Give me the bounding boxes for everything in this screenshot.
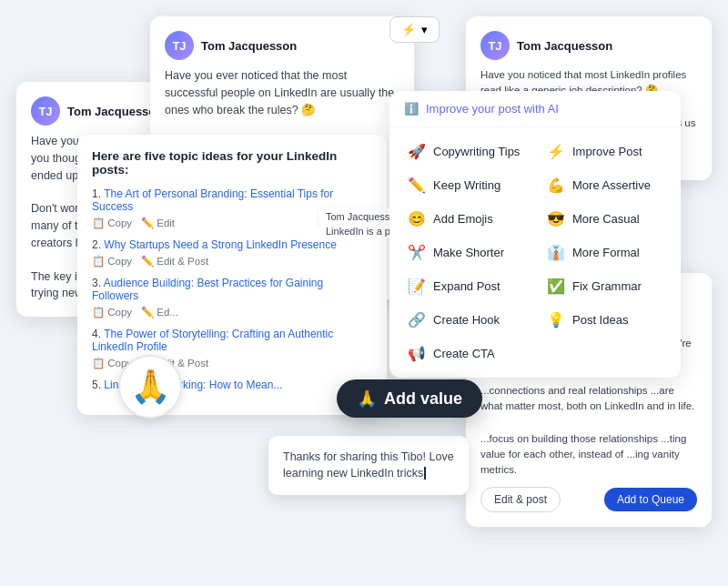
comment-box: Thanks for sharing this Tibo! Love learn…	[268, 436, 469, 496]
menu-label-assertive: More Assertive	[572, 178, 651, 192]
grammar-icon: ✅	[547, 278, 565, 295]
text-cursor	[424, 467, 426, 480]
pencil-icon: ✏️	[408, 177, 426, 194]
ai-menu-card: ℹ️ Improve your post with AI 🚀 Copywriti…	[389, 91, 681, 378]
add-value-label: Add value	[384, 389, 462, 409]
copy-action-3[interactable]: 📋 Copy	[92, 306, 132, 318]
info-icon: ℹ️	[404, 102, 419, 116]
avatar-1: TJ	[31, 96, 60, 126]
menu-label-improve: Improve Post	[572, 145, 642, 158]
chevron-down-icon: ▾	[421, 23, 428, 36]
ai-menu-header: ℹ️ Improve your post with AI	[389, 91, 681, 127]
menu-item-improve-post[interactable]: ⚡ Improve Post	[536, 135, 673, 168]
avatar-2: TJ	[165, 31, 194, 60]
menu-item-keep-writing[interactable]: ✏️ Keep Writing	[397, 168, 534, 202]
menu-item-add-emojis[interactable]: 😊 Add Emojis	[397, 202, 534, 236]
menu-item-expand-post[interactable]: 📝 Expand Post	[397, 269, 534, 303]
cta-icon: 📢	[408, 345, 426, 362]
topic-item-2: 2. Why Startups Need a Strong LinkedIn P…	[92, 238, 372, 268]
author-name-1: Tom Jacquesson	[67, 105, 163, 118]
menu-label-copywriting: Copywriting Tips	[433, 145, 520, 158]
menu-label-ideas: Post Ideas	[572, 313, 628, 327]
ideas-icon: 💡	[547, 311, 565, 328]
topic-link-4[interactable]: The Power of Storytelling: Crafting an A…	[92, 328, 333, 353]
card2-text1: Have you ever noticed that the most succ…	[165, 67, 399, 118]
menu-label-grammar: Fix Grammar	[572, 279, 642, 293]
edit-action-2[interactable]: ✏️ Edit & Post	[141, 255, 208, 268]
menu-item-make-shorter[interactable]: ✂️ Make Shorter	[397, 236, 534, 269]
menu-item-more-casual[interactable]: 😎 More Casual	[536, 202, 673, 236]
topic-link-3[interactable]: Audience Building: Best Practices for Ga…	[92, 277, 323, 302]
emoji-icon: 😊	[408, 210, 426, 227]
casual-icon: 😎	[547, 210, 565, 227]
menu-item-fix-grammar[interactable]: ✅ Fix Grammar	[536, 269, 673, 303]
assertive-icon: 💪	[547, 177, 565, 194]
add-value-overlay: 🙏 Add value	[337, 379, 482, 418]
menu-item-create-cta[interactable]: 📢 Create CTA	[397, 337, 534, 370]
ai-menu-grid: 🚀 Copywriting Tips ✏️ Keep Writing 😊 Add…	[389, 127, 681, 378]
menu-item-copywriting-tips[interactable]: 🚀 Copywriting Tips	[397, 135, 534, 168]
author-name-2: Tom Jacquesson	[201, 39, 297, 53]
edit-action-1[interactable]: ✏️ Edit	[141, 217, 175, 229]
rocket-icon: 🚀	[408, 143, 426, 160]
topic-2-actions: 📋 Copy ✏️ Edit & Post	[92, 255, 372, 268]
add-value-emoji: 🙏	[357, 389, 377, 409]
menu-label-keep-writing: Keep Writing	[433, 178, 500, 192]
add-to-queue-button-6[interactable]: Add to Queue	[604, 488, 697, 511]
menu-col-right: ⚡ Improve Post 💪 More Assertive 😎 More C…	[536, 135, 673, 370]
card6-text4: ...focus on building those relationships…	[480, 431, 697, 479]
author-row-5: TJ Tom Jacquesson	[480, 31, 697, 60]
ai-menu-title: Improve your post with AI	[426, 102, 559, 116]
expand-icon: 📝	[408, 278, 426, 295]
comment-text: Thanks for sharing this Tibo! Love learn…	[283, 449, 454, 483]
menu-label-cta: Create CTA	[433, 347, 495, 360]
topic-item-3: 3. Audience Building: Best Practices for…	[92, 277, 372, 318]
topic-link-2[interactable]: Why Startups Need a Strong LinkedIn Pres…	[104, 238, 336, 251]
scissors-icon: ✂️	[408, 244, 426, 261]
author-row-2: TJ Tom Jacquesson	[165, 31, 399, 60]
menu-col-left: 🚀 Copywriting Tips ✏️ Keep Writing 😊 Add…	[397, 135, 534, 370]
lightning-icon: ⚡	[401, 23, 416, 36]
menu-item-more-assertive[interactable]: 💪 More Assertive	[536, 168, 673, 202]
menu-label-expand: Expand Post	[433, 279, 500, 293]
topics-title: Here are five topic ideas for your Linke…	[92, 149, 372, 177]
copy-action-2[interactable]: 📋 Copy	[92, 255, 132, 268]
praying-emoji-overlay: 🙏	[118, 355, 182, 419]
menu-label-shorter: Make Shorter	[433, 246, 504, 259]
card6-text3: ...connections and real relationships ..…	[480, 383, 697, 415]
menu-label-formal: More Formal	[572, 246, 640, 259]
menu-label-emojis: Add Emojis	[433, 212, 493, 226]
improve-icon: ⚡	[547, 143, 565, 160]
topic-3-actions: 📋 Copy ✏️ Ed...	[92, 306, 372, 318]
card6-actions: Edit & post Add to Queue	[480, 487, 697, 512]
edit-post-button-6[interactable]: Edit & post	[480, 487, 561, 512]
hook-icon: 🔗	[408, 311, 426, 328]
menu-label-hook: Create Hook	[433, 313, 500, 327]
menu-item-post-ideas[interactable]: 💡 Post Ideas	[536, 303, 673, 337]
avatar-5: TJ	[480, 31, 510, 60]
author-name-5: Tom Jacquesson	[517, 39, 612, 53]
menu-item-more-formal[interactable]: 👔 More Formal	[536, 236, 673, 269]
ai-trigger-button[interactable]: ⚡ ▾	[389, 16, 440, 43]
menu-item-create-hook[interactable]: 🔗 Create Hook	[397, 303, 534, 337]
copy-action-1[interactable]: 📋 Copy	[92, 217, 132, 229]
menu-label-casual: More Casual	[572, 212, 640, 226]
formal-icon: 👔	[547, 244, 565, 261]
topic-link-1[interactable]: The Art of Personal Branding: Essential …	[92, 187, 333, 213]
edit-action-3[interactable]: ✏️ Ed...	[141, 306, 178, 318]
